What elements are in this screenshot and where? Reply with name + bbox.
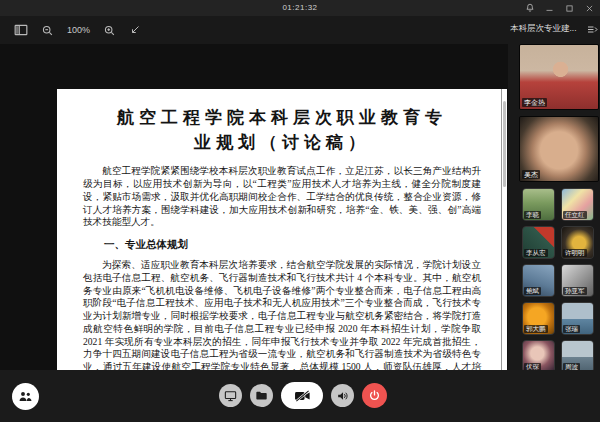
participants-panel: 本科层次专业建... 李金热 吴杰 xyxy=(508,16,600,370)
sidebar-toggle-icon[interactable] xyxy=(14,21,28,39)
zoom-level[interactable]: 100% xyxy=(67,25,90,35)
meeting-timer: 01:21:32 xyxy=(0,3,600,12)
participant-avatar-tile[interactable]: 任立红 xyxy=(561,188,594,221)
center-controls xyxy=(219,382,387,409)
participant-avatar-tile[interactable]: 周波 xyxy=(561,340,594,373)
participant-video-tile[interactable]: 吴杰 xyxy=(519,116,599,182)
meeting-app-window: 01:21:32 xyxy=(0,0,600,422)
audio-button[interactable] xyxy=(331,384,354,407)
participant-avatar-tile[interactable]: 孙亚军 xyxy=(561,264,594,297)
participant-name-badge: 李从宏 xyxy=(524,249,548,257)
leave-meeting-button[interactable] xyxy=(362,383,387,408)
participant-name-badge: 许明明 xyxy=(563,249,587,257)
participant-avatar-tile[interactable]: 李晓 xyxy=(522,188,555,221)
participant-name-badge: 郭大鹏 xyxy=(524,325,548,333)
participant-avatar-tile[interactable]: 李从宏 xyxy=(522,226,555,259)
bottom-control-bar xyxy=(0,370,600,422)
camera-off-icon xyxy=(293,389,312,403)
panel-toggle-icon[interactable] xyxy=(587,25,598,34)
shared-document-page[interactable]: 航空工程学院本科层次职业教育专业规划（讨论稿） 航空工程学院紧紧围绕学校本科层次… xyxy=(57,89,507,413)
power-icon xyxy=(368,389,381,402)
participant-name-badge: 鲍斌 xyxy=(524,287,541,295)
participant-avatar-tile[interactable]: 鲍斌 xyxy=(522,264,555,297)
speaker-icon xyxy=(336,390,349,402)
document-paragraph: 为探索、适应职业教育本科层次培养要求，结合航空学院发展的实际情况，学院计划设立包… xyxy=(83,259,481,387)
shared-screen-stage: 航空工程学院本科层次职业教育专业规划（讨论稿） 航空工程学院紧紧围绕学校本科层次… xyxy=(0,44,508,370)
participant-name-badge: 张瑞 xyxy=(563,325,580,333)
participant-video-tile[interactable]: 李金热 xyxy=(519,44,599,110)
participant-name-badge: 孙亚军 xyxy=(563,287,587,295)
panel-header: 本科层次专业建... xyxy=(510,23,598,35)
document-paragraph: 航空工程学院紧紧围绕学校本科层次职业教育试点工作，立足江苏，以长三角产业结构升级… xyxy=(83,165,481,229)
window-controls xyxy=(523,0,596,16)
zoom-out-icon[interactable] xyxy=(41,21,54,39)
video-tiles: 李金热 吴杰 xyxy=(519,44,599,182)
participant-avatar-tile[interactable]: 伏琛 xyxy=(522,340,555,373)
participant-name-badge: 任立红 xyxy=(563,211,587,219)
participants-button[interactable] xyxy=(12,383,39,410)
bell-icon[interactable] xyxy=(523,2,536,15)
pointer-icon[interactable] xyxy=(129,21,141,39)
minimize-icon[interactable] xyxy=(543,2,556,15)
titlebar: 01:21:32 xyxy=(0,0,600,16)
zoom-in-icon[interactable] xyxy=(103,21,116,39)
document-section-heading: 一、专业总体规划 xyxy=(83,238,481,252)
files-button[interactable] xyxy=(250,384,273,407)
document-scrollbar[interactable] xyxy=(503,101,506,187)
screen-share-button[interactable] xyxy=(219,384,242,407)
participant-avatar-tile[interactable]: 张瑞 xyxy=(561,302,594,335)
avatar-tiles: 李晓 任立红 李从宏 许明明 鲍 xyxy=(522,188,592,373)
participant-name-badge: 李晓 xyxy=(524,211,541,219)
screen-share-icon xyxy=(224,390,237,402)
participant-avatar-tile[interactable]: 许明明 xyxy=(561,226,594,259)
meeting-title: 本科层次专业建... xyxy=(510,23,577,35)
participant-avatar-tile[interactable]: 郭大鹏 xyxy=(522,302,555,335)
people-icon xyxy=(18,390,33,403)
folder-icon xyxy=(255,390,268,401)
document-title: 航空工程学院本科层次职业教育专业规划（讨论稿） xyxy=(110,106,455,155)
participant-name-badge: 李金热 xyxy=(522,98,547,107)
close-icon[interactable] xyxy=(583,2,596,15)
participant-name-badge: 吴杰 xyxy=(522,170,540,179)
document-toolbar: 100% xyxy=(0,16,519,44)
camera-off-button[interactable] xyxy=(281,382,323,409)
page-edge-divider xyxy=(501,89,502,413)
maximize-icon[interactable] xyxy=(563,2,576,15)
